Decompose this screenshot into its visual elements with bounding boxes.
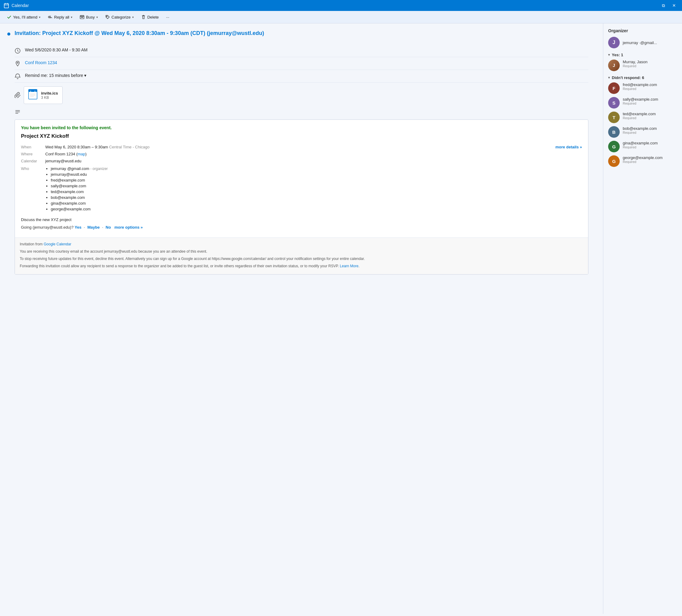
busy-button[interactable]: Busy ▾ xyxy=(76,13,101,21)
ics-file-icon xyxy=(28,89,38,100)
busy-icon xyxy=(79,15,85,19)
location-icon xyxy=(15,61,21,67)
title-bar-left: Calendar xyxy=(4,3,29,8)
organizer-label: Organizer xyxy=(608,28,677,33)
attendee-sally: sally@example.com xyxy=(51,183,582,189)
title-bar: Calendar ⧉ ✕ xyxy=(0,0,682,11)
location-link[interactable]: Conf Room 1234 xyxy=(25,60,57,65)
unread-dot xyxy=(7,32,10,36)
datetime-text: Wed 5/6/2020 8:30 AM - 9:30 AM xyxy=(25,47,88,52)
no-response-attendee-5: G george@example.com Required xyxy=(608,155,677,167)
notes-icon-row xyxy=(15,109,588,116)
learn-more-link[interactable]: Learn More xyxy=(340,264,358,268)
murray-info: Murray, Jason Required xyxy=(623,60,647,68)
delete-icon xyxy=(141,15,146,19)
more-button[interactable]: ··· xyxy=(163,13,172,21)
when-label: When xyxy=(21,144,45,151)
invite-invited-text: You have been invited to the following e… xyxy=(21,125,582,130)
no-response-chevron: ▾ xyxy=(608,76,610,80)
attend-button[interactable]: Yes, I'll attend ▾ xyxy=(4,13,43,21)
attendee-george: george@example.com xyxy=(51,206,582,212)
datetime-row: Wed 5/6/2020 8:30 AM - 9:30 AM xyxy=(15,44,588,57)
more-details-link[interactable]: more details » xyxy=(555,145,582,149)
no-response-attendee-4: G gina@example.com Required xyxy=(608,141,677,152)
invite-footer: Invitation from Google Calendar You are … xyxy=(15,238,588,274)
paperclip-icon xyxy=(15,92,21,98)
no-response-attendee-0: F fred@example.com Required xyxy=(608,82,677,94)
calendar-val: jemurray@wustl.edu xyxy=(45,157,582,164)
attendee-wustl: jemurray@wustl.edu xyxy=(51,172,582,177)
no-response-avatar-3: B xyxy=(608,126,620,138)
where-label: Where xyxy=(21,151,45,157)
email-content: Invitation: Project XYZ Kickoff @ Wed Ma… xyxy=(0,23,603,614)
toolbar: Yes, I'll attend ▾ Reply all ▾ Busy ▾ Ca… xyxy=(0,11,682,23)
email-title: Invitation: Project XYZ Kickoff @ Wed Ma… xyxy=(15,29,264,37)
rsvp-maybe-link[interactable]: Maybe xyxy=(88,225,100,229)
footer-source: Invitation from Google Calendar xyxy=(20,241,583,247)
attendee-bob: bob@example.com xyxy=(51,195,582,200)
calendar-label: Calendar xyxy=(21,157,45,164)
svg-point-9 xyxy=(106,16,107,17)
no-response-group: ▾ Didn't respond: 6 F fred@example.com R… xyxy=(608,75,677,167)
clock-icon xyxy=(15,48,21,54)
no-response-avatar-4: G xyxy=(608,141,620,152)
attendee-murray: J Murray, Jason Required xyxy=(608,60,677,71)
invite-table: When Wed May 6, 2020 8:30am – 9:30am Cen… xyxy=(21,144,582,213)
google-calendar-link[interactable]: Google Calendar xyxy=(44,242,71,246)
categorize-button[interactable]: Categorize ▾ xyxy=(102,13,137,21)
delete-button[interactable]: Delete xyxy=(138,13,162,21)
who-val: jemurray @gmail.com - organizer jemurray… xyxy=(45,164,582,213)
no-response-list: F fred@example.com Required S sally@exam… xyxy=(608,82,677,167)
yes-group-header[interactable]: ▾ Yes: 1 xyxy=(608,52,677,57)
organizer-avatar: J xyxy=(608,37,620,48)
rsvp-no-link[interactable]: No xyxy=(106,225,111,229)
calendar-icon xyxy=(4,3,9,8)
invite-event-title: Project XYZ Kickoff xyxy=(21,133,582,139)
email-header: Invitation: Project XYZ Kickoff @ Wed Ma… xyxy=(7,29,596,37)
map-link[interactable]: map xyxy=(77,152,85,156)
when-val: Wed May 6, 2020 8:30am – 9:30am Central … xyxy=(45,144,582,151)
rsvp-more-options-link[interactable]: more options » xyxy=(115,225,143,229)
invite-discuss: Discuss the new XYZ project xyxy=(21,217,582,222)
meta-section: Wed 5/6/2020 8:30 AM - 9:30 AM Conf Room… xyxy=(7,44,596,83)
yes-chevron: ▾ xyxy=(608,53,610,57)
no-response-avatar-5: G xyxy=(608,155,620,167)
checkmark-icon xyxy=(7,15,12,19)
categorize-icon xyxy=(105,15,110,19)
location-row: Conf Room 1234 xyxy=(15,57,588,70)
categorize-chevron: ▾ xyxy=(132,16,134,19)
busy-chevron: ▾ xyxy=(96,16,98,19)
restore-button[interactable]: ⧉ xyxy=(660,2,667,9)
where-row: Where Conf Room 1234 (map) xyxy=(21,151,582,157)
attendee-gina: gina@example.com xyxy=(51,200,582,206)
attach-info: invite.ics 3 KB xyxy=(41,91,58,100)
notes-icon xyxy=(15,109,21,116)
attachment-section: invite.ics 3 KB xyxy=(7,83,596,108)
who-label: Who xyxy=(21,164,45,213)
reminder-dropdown[interactable]: Remind me: 15 minutes before ▾ xyxy=(25,73,86,78)
attach-icon-wrap xyxy=(15,92,21,99)
no-response-avatar-2: T xyxy=(608,112,620,123)
reply-all-chevron: ▾ xyxy=(71,16,72,19)
no-response-group-header[interactable]: ▾ Didn't respond: 6 xyxy=(608,75,677,80)
invitation-body: You have been invited to the following e… xyxy=(15,119,588,274)
attachment-card[interactable]: invite.ics 3 KB xyxy=(24,86,63,104)
where-val: Conf Room 1234 (map) xyxy=(45,151,582,157)
rsvp-yes-link[interactable]: Yes xyxy=(75,225,82,229)
invite-rsvp: Going (jemurray@wustl.edu)? Yes - Maybe … xyxy=(21,225,582,229)
attach-name: invite.ics xyxy=(41,91,58,95)
no-response-attendee-3: B bob@example.com Required xyxy=(608,126,677,138)
title-bar-right: ⧉ ✕ xyxy=(660,2,678,9)
footer-text3: Forwarding this invitation could allow a… xyxy=(20,263,583,269)
organizer-attendee: jemurray @gmail.com - organizer xyxy=(51,166,582,172)
organizer-name: jemurray ·@gmail... xyxy=(623,40,657,45)
who-row: Who jemurray @gmail.com - organizer jemu… xyxy=(21,164,582,213)
svg-rect-13 xyxy=(28,89,37,92)
attendee-fred: fred@example.com xyxy=(51,177,582,183)
reply-all-button[interactable]: Reply all ▾ xyxy=(45,13,75,21)
ics-icon xyxy=(28,89,38,101)
close-button[interactable]: ✕ xyxy=(670,2,678,9)
footer-text1: You are receiving this courtesy email at… xyxy=(20,249,583,254)
attach-size: 3 KB xyxy=(41,95,58,100)
when-row: When Wed May 6, 2020 8:30am – 9:30am Cen… xyxy=(21,144,582,151)
